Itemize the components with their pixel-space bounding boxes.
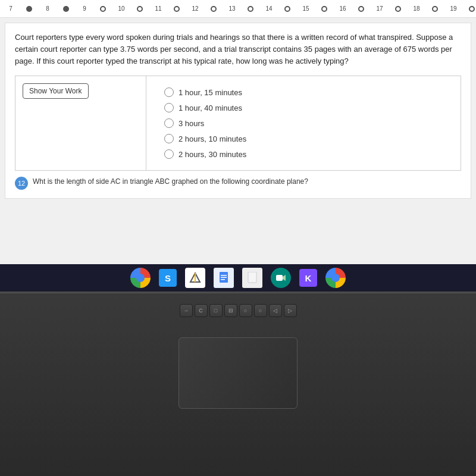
radio-1[interactable]: [164, 87, 174, 97]
answer-option-4: 2 hours, 10 minutes: [164, 134, 246, 143]
dot-empty-9: [100, 6, 106, 12]
taskbar-chrome-icon[interactable]: [130, 268, 151, 288]
dot-filled-7: [26, 6, 32, 12]
dot-empty-13: [248, 6, 253, 12]
question-text: Court reporters type every word spoken d…: [15, 32, 461, 67]
answer-label-1: 1 hour, 15 minutes: [178, 88, 242, 97]
answer-option-5: 2 hours, 30 minutes: [164, 149, 246, 159]
dot-empty-15: [321, 6, 327, 12]
next-question-preview: 12 Wht is the length of side AC in trian…: [15, 177, 461, 190]
show-work-panel: Show Your Work: [15, 76, 146, 170]
svg-marker-8: [283, 275, 286, 281]
radio-5[interactable]: [164, 149, 174, 159]
answer-label-4: 2 hours, 10 minutes: [178, 134, 246, 143]
next-question-text: Wht is the length of side AC in triangle…: [33, 177, 308, 187]
svg-rect-6: [248, 272, 256, 283]
svg-rect-4: [221, 277, 227, 278]
number-line-bar: 7 8 9 10 11 12 13 14 15 16 17 18 19: [0, 0, 476, 18]
key-fullscreen[interactable]: □: [209, 304, 223, 317]
taskbar-schoology-icon[interactable]: S: [159, 269, 177, 287]
answer-label-2: 1 hour, 40 minutes: [178, 104, 242, 112]
radio-4[interactable]: [164, 134, 174, 143]
taskbar-docs-icon[interactable]: [214, 268, 234, 288]
taskbar-chrome2-icon[interactable]: [325, 268, 346, 288]
radio-2[interactable]: [164, 103, 174, 112]
answer-label-3: 3 hours: [178, 119, 204, 128]
dot-empty-16: [358, 6, 364, 12]
answer-option-1: 1 hour, 15 minutes: [164, 87, 246, 97]
dot-empty-12: [211, 6, 217, 12]
key-bright-up[interactable]: ○: [254, 304, 267, 317]
svg-rect-7: [276, 275, 283, 281]
dot-empty-10: [137, 6, 143, 12]
radio-3[interactable]: [164, 118, 174, 128]
dot-empty-11: [174, 6, 180, 12]
fn-row: → C □ ⊟ ○ ○ ◁ ▷: [12, 304, 464, 317]
laptop-hinge: [0, 292, 476, 295]
laptop-trackpad[interactable]: [178, 337, 298, 409]
dot-empty-18: [432, 6, 438, 12]
key-refresh[interactable]: C: [195, 304, 208, 317]
keyboard-area: → C □ ⊟ ○ ○ ◁ ▷: [12, 304, 464, 320]
answer-label-5: 2 hours, 30 minutes: [178, 150, 246, 159]
taskbar: S K: [0, 264, 476, 292]
dot-filled-8: [63, 6, 69, 12]
taskbar-meet-icon[interactable]: [271, 268, 291, 288]
content-area: Court reporters type every word spoken d…: [5, 23, 471, 199]
question-12-badge: 12: [15, 177, 28, 190]
key-bright-down[interactable]: ○: [239, 304, 252, 317]
show-work-button[interactable]: Show Your Work: [23, 83, 89, 99]
svg-rect-3: [221, 275, 227, 276]
taskbar-blank-icon[interactable]: [242, 268, 262, 288]
taskbar-drive-icon[interactable]: [185, 268, 205, 288]
answer-options-list: 1 hour, 15 minutes 1 hour, 40 minutes 3 …: [164, 87, 246, 159]
dot-empty-17: [395, 6, 401, 12]
key-vol-down[interactable]: ◁: [269, 304, 282, 317]
answer-option-3: 3 hours: [164, 118, 246, 128]
laptop-screen: 7 8 9 10 11 12 13 14 15 16 17 18 19: [0, 0, 476, 292]
laptop-body: → C □ ⊟ ○ ○ ◁ ▷: [0, 292, 476, 476]
taskbar-khan-icon[interactable]: K: [299, 269, 317, 287]
dot-empty-19: [469, 6, 475, 12]
answer-option-2: 1 hour, 40 minutes: [164, 103, 246, 112]
question-answer-box: Show Your Work 1 hour, 15 minutes 1 hour…: [15, 76, 461, 171]
key-vol-up[interactable]: ▷: [284, 304, 297, 317]
dot-empty-14: [284, 6, 290, 12]
key-back[interactable]: →: [180, 304, 193, 317]
answers-panel: 1 hour, 15 minutes 1 hour, 40 minutes 3 …: [146, 76, 461, 170]
key-overview[interactable]: ⊟: [224, 304, 237, 317]
svg-rect-5: [221, 279, 225, 280]
number-line-inner: 7 8 9 10 11 12 13 14 15 16 17 18 19: [6, 5, 476, 12]
